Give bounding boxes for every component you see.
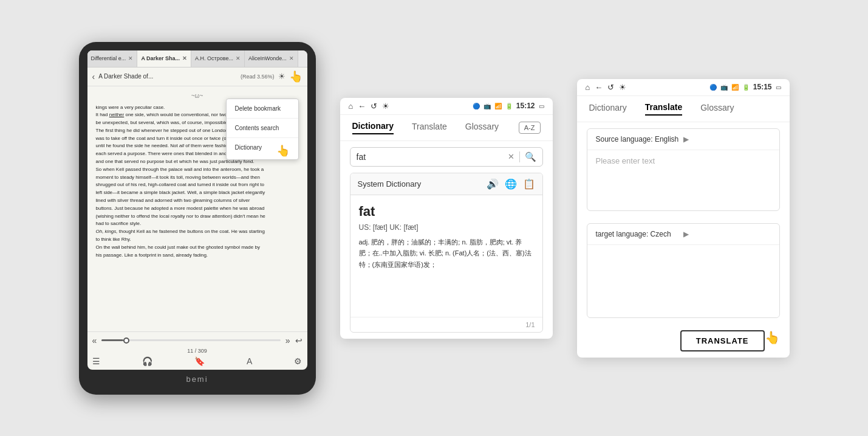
bluetooth-icon: 🔵 (709, 84, 717, 91)
tab-differential[interactable]: Differential e... ✕ (87, 50, 138, 67)
reader-content: ~ω~ kings were a very peculiar case. It … (87, 86, 307, 331)
trans-button-area: TRANSLATE 👆 (577, 324, 790, 358)
reader-bottom-controls: ☰ 🎧 🔖 A ⚙ (92, 355, 302, 367)
trans-input-area[interactable]: Please enter text (587, 150, 779, 210)
back-icon[interactable]: ← (595, 83, 603, 92)
reader-header: ‹ A Darker Shade of... (Read 3.56%) ☀ 👆 (87, 67, 307, 86)
dict-result-box: System Dictionary 🔊 🌐 📋 fat US: [fæt] UK… (350, 173, 543, 333)
tab-translate[interactable]: Translate (412, 122, 447, 134)
menu-hamburger-icon[interactable]: ☰ (92, 356, 100, 366)
menu-icon[interactable]: 👆 (289, 70, 302, 83)
tab-close-icon[interactable]: ✕ (289, 55, 294, 61)
reader-nav-controls: « » ↩ (92, 334, 302, 347)
refresh-icon[interactable]: ↺ (607, 83, 614, 92)
dict-definition: adj. 肥的，胖的；油腻的；丰满的; n. 脂肪，肥肉; vt. 养肥；在..… (359, 237, 534, 271)
source-language-arrow-icon: ▶ (683, 135, 771, 144)
trans-output-area (587, 244, 779, 317)
az-button[interactable]: A-Z (519, 122, 541, 134)
tab-dictionary[interactable]: Dictionary (589, 103, 627, 115)
tab-label: AliceInWonde... (248, 55, 287, 61)
dictionary-panel: ⌂ ← ↺ ☀ 🔵 📺 📶 🔋 15:12 ▭ Dictionary Trans… (340, 98, 553, 339)
brightness-icon[interactable]: ☀ (382, 102, 389, 111)
dictionary-item[interactable]: Dictionary 👆 (227, 138, 298, 157)
dict-search-bar: ✕ 🔍 (350, 147, 543, 167)
tab-close-icon[interactable]: ✕ (236, 55, 241, 61)
dict-nav-icons: ⌂ ← ↺ ☀ (349, 102, 390, 111)
progress-fill (101, 339, 123, 341)
tab-ostrovsky[interactable]: А.Н. Острове... ✕ (191, 50, 245, 67)
headphones-icon[interactable]: 🎧 (142, 356, 152, 366)
home-icon[interactable]: ⌂ (349, 102, 354, 111)
tab-glossary[interactable]: Glossary (465, 122, 499, 134)
tab-label: A Darker Sha... (141, 55, 180, 61)
device-screen: Differential e... ✕ A Darker Sha... ✕ А.… (87, 50, 307, 370)
tab-close-icon[interactable]: ✕ (128, 55, 133, 61)
tab-label: Differential e... (91, 55, 126, 61)
fullscreen-icon[interactable]: ▭ (776, 84, 781, 91)
dict-status-right: 🔵 📺 📶 🔋 15:12 ▭ (473, 102, 544, 110)
brightness-icon[interactable]: ☀ (278, 72, 285, 81)
tab-bar: Differential e... ✕ A Darker Sha... ✕ А.… (87, 50, 307, 67)
contents-search-item[interactable]: Contents search (227, 119, 298, 138)
dict-source-label: System Dictionary (358, 179, 480, 189)
tab-darker-shade[interactable]: A Darker Sha... ✕ (137, 50, 191, 67)
source-language-selector[interactable]: Source language: English ▶ (587, 129, 779, 150)
device-brand-label: bemi (87, 370, 307, 386)
search-icon[interactable]: 🔍 (525, 151, 536, 162)
dict-result-content: fat US: [fæt] UK: [fæt] adj. 肥的，胖的；油腻的；丰… (350, 195, 542, 317)
delete-bookmark-item[interactable]: Delete bookmark (227, 99, 298, 119)
battery-icon: 🔋 (742, 84, 750, 91)
prev-chapter-button[interactable]: « (92, 336, 97, 345)
tab-close-icon[interactable]: ✕ (182, 55, 187, 61)
tab-label: А.Н. Острове... (195, 55, 233, 61)
target-language-selector[interactable]: target language: Czech ▶ (587, 224, 779, 244)
search-divider (519, 151, 520, 162)
progress-bar[interactable] (101, 339, 280, 341)
reader-footer: « » ↩ 11 / 309 ☰ 🎧 🔖 A ⚙ (87, 331, 307, 370)
fullscreen-icon[interactable]: ▭ (539, 103, 544, 109)
progress-dot (123, 337, 129, 344)
dict-result-actions: 🔊 🌐 📋 (487, 178, 535, 190)
back-button[interactable]: ‹ (92, 72, 95, 81)
trans-target-section: target language: Czech ▶ (587, 223, 780, 318)
read-percent: (Read 3.56%) (241, 74, 275, 80)
page-info: 11 / 309 (92, 347, 302, 355)
trans-status-right: 🔵 📺 📶 🔋 15:15 ▭ (709, 83, 781, 91)
context-menu: Delete bookmark Contents search Dictiona… (226, 99, 299, 160)
wifi-icon: 📶 (494, 103, 502, 109)
next-chapter-button[interactable]: » (285, 336, 290, 345)
trans-placeholder: Please enter text (596, 156, 655, 165)
dict-page-info: 1/1 (350, 317, 542, 332)
page-total: 309 (198, 348, 207, 354)
font-size-icon[interactable]: A (247, 356, 252, 366)
trans-nav-icons: ⌂ ← ↺ ☀ (586, 83, 627, 92)
clear-search-icon[interactable]: ✕ (508, 152, 514, 161)
bookmark-icon[interactable]: 🔖 (194, 356, 205, 366)
screen-icon: 📺 (720, 84, 728, 91)
trans-source-section: Source language: English ▶ Please enter … (587, 128, 780, 211)
globe-icon[interactable]: 🌐 (505, 178, 517, 190)
speaker-icon[interactable]: 🔊 (487, 178, 499, 190)
brightness-icon[interactable]: ☀ (619, 83, 626, 92)
home-icon[interactable]: ⌂ (586, 83, 590, 92)
page-current: 11 (187, 348, 193, 354)
translate-button[interactable]: TRANSLATE (680, 330, 765, 351)
dict-word: fat (359, 204, 534, 220)
back-icon[interactable]: ← (358, 102, 366, 111)
target-language-arrow-icon: ▶ (683, 230, 771, 238)
refresh-icon[interactable]: ↺ (371, 102, 377, 111)
rewind-button[interactable]: ↩ (295, 336, 302, 345)
battery-icon: 🔋 (505, 103, 513, 109)
source-language-label: Source language: English (596, 135, 683, 144)
info-icon[interactable]: 📋 (523, 178, 535, 190)
settings-icon[interactable]: ⚙ (294, 356, 302, 366)
trans-time: 15:15 (753, 83, 772, 91)
tab-translate[interactable]: Translate (645, 102, 682, 116)
tab-dictionary[interactable]: Dictionary (352, 121, 394, 134)
trans-status-bar: ⌂ ← ↺ ☀ 🔵 📺 📶 🔋 15:15 ▭ (577, 79, 790, 96)
cursor-on-translate: 👆 (765, 330, 780, 351)
dict-search-input[interactable] (357, 152, 503, 162)
tab-glossary[interactable]: Glossary (700, 103, 734, 115)
dict-status-bar: ⌂ ← ↺ ☀ 🔵 📺 📶 🔋 15:12 ▭ (340, 98, 553, 115)
tab-alice[interactable]: AliceInWonde... ✕ (245, 50, 298, 67)
